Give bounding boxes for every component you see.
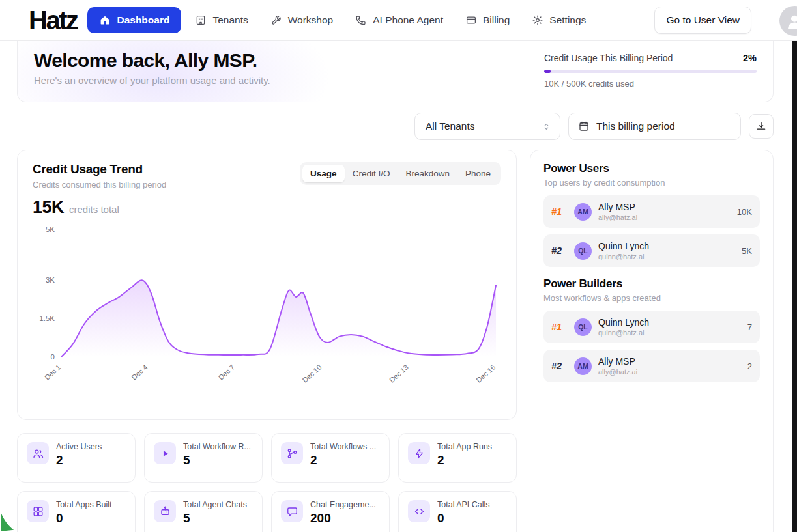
user-value: 7	[747, 322, 752, 332]
download-icon	[755, 120, 767, 132]
calendar-icon	[578, 120, 590, 132]
main-nav: Dashboard Tenants Workshop AI Phone Agen…	[87, 7, 594, 33]
scrollbar[interactable]	[792, 41, 797, 532]
list-item: #1 AM Ally MSP ally@hatz.ai 10K	[543, 195, 760, 228]
chevron-up-down-icon	[541, 121, 552, 132]
stat-label: Total App Runs	[437, 442, 492, 451]
svg-text:Dec 16: Dec 16	[474, 363, 497, 384]
stat-active-users: Active Users 2	[17, 433, 136, 483]
avatar: QL	[574, 242, 592, 260]
usage-trend-chart: 5K3K1.5K0Dec 1Dec 4Dec 7Dec 10Dec 13Dec …	[33, 220, 501, 391]
user-value: 5K	[742, 246, 752, 256]
user-name: Ally MSP	[598, 356, 637, 367]
tab-breakdown[interactable]: Breakdown	[398, 165, 457, 182]
svg-text:0: 0	[51, 353, 55, 361]
nav-billing[interactable]: Billing	[457, 8, 518, 33]
stat-total-api-calls: Total API Calls 0	[398, 491, 517, 532]
code-icon	[408, 500, 430, 522]
svg-text:3K: 3K	[46, 276, 55, 284]
credit-progress-fill	[544, 70, 551, 73]
nav-workshop[interactable]: Workshop	[262, 8, 342, 33]
stat-label: Active Users	[56, 442, 102, 451]
stat-total-agent-chats: Total Agent Chats 5	[144, 491, 263, 532]
list-item: #2 QL Quinn Lynch quinn@hatz.ai 5K	[543, 234, 760, 267]
stat-label: Chat Engageme...	[310, 500, 376, 509]
power-builders-subtitle: Most workflows & apps created	[543, 293, 760, 303]
avatar: QL	[574, 318, 592, 336]
bot-icon	[154, 500, 176, 522]
credit-usage-label: Credit Usage This Billing Period	[544, 53, 673, 63]
go-to-user-view-button[interactable]: Go to User View	[654, 7, 751, 34]
stat-label: Total API Calls	[437, 500, 490, 509]
power-users-title: Power Users	[543, 162, 760, 175]
credit-usage-progressbar	[544, 70, 757, 73]
welcome-text: Welcome back, Ally MSP. Here's an overvi…	[34, 49, 270, 102]
svg-text:1.5K: 1.5K	[39, 315, 55, 322]
nav-label: AI Phone Agent	[373, 14, 443, 26]
svg-text:5K: 5K	[46, 225, 55, 233]
user-avatar[interactable]	[779, 6, 797, 36]
user-name: Quinn Lynch	[598, 317, 649, 328]
stat-label: Total Workflow R...	[183, 442, 251, 451]
credits-total-suffix: credits total	[69, 204, 119, 215]
user-email: ally@hatz.ai	[598, 214, 637, 221]
nav-ai-phone-agent[interactable]: AI Phone Agent	[347, 8, 452, 33]
tab-credit-io[interactable]: Credit I/O	[345, 165, 398, 182]
user-email: quinn@hatz.ai	[598, 253, 649, 260]
nav-settings[interactable]: Settings	[523, 8, 594, 33]
chart-title: Credit Usage Trend	[33, 162, 166, 176]
stat-label: Total Apps Built	[56, 500, 111, 509]
phone-icon	[355, 14, 367, 26]
nav-label: Workshop	[288, 14, 334, 26]
power-users-section: Power Users Top users by credit consumpt…	[543, 162, 760, 267]
power-users-subtitle: Top users by credit consumption	[543, 178, 760, 188]
list-item: #1 QL Quinn Lynch quinn@hatz.ai 7	[543, 311, 760, 343]
stat-value: 2	[437, 453, 492, 468]
svg-text:Dec 13: Dec 13	[388, 363, 410, 384]
download-button[interactable]	[749, 114, 774, 139]
tab-usage[interactable]: Usage	[302, 165, 345, 182]
stat-label: Total Workflows ...	[310, 442, 376, 451]
chat-bubble-icon	[281, 500, 303, 522]
user-name: Quinn Lynch	[598, 241, 649, 251]
svg-text:Dec 7: Dec 7	[217, 363, 236, 382]
workflow-icon	[281, 442, 303, 464]
stat-chat-engagement: Chat Engageme... 200	[271, 491, 390, 532]
bolt-icon	[408, 442, 430, 464]
power-builders-title: Power Builders	[543, 277, 760, 290]
main-content: Credit Usage Trend Credits consumed this…	[17, 150, 774, 532]
stat-value: 0	[56, 511, 111, 525]
svg-text:Dec 4: Dec 4	[130, 363, 149, 382]
person-icon	[785, 11, 797, 31]
stat-total-workflows: Total Workflows ... 2	[271, 433, 390, 483]
nav-dashboard[interactable]: Dashboard	[87, 7, 181, 33]
grid-icon	[27, 500, 49, 522]
stat-value: 2	[310, 453, 376, 468]
rank-badge: #1	[551, 322, 568, 332]
credit-card-icon	[465, 14, 477, 26]
credit-usage-trend-card: Credit Usage Trend Credits consumed this…	[17, 150, 517, 420]
nav-tenants[interactable]: Tenants	[186, 8, 256, 33]
user-value: 10K	[737, 207, 752, 217]
tenant-select[interactable]: All Tenants	[414, 113, 560, 140]
cursor-decoration	[0, 511, 14, 532]
user-value: 2	[747, 361, 752, 371]
users-icon	[27, 442, 49, 464]
user-name: Ally MSP	[598, 202, 637, 212]
stat-value: 2	[56, 453, 102, 468]
stat-value: 200	[310, 511, 376, 525]
rank-badge: #1	[551, 206, 568, 217]
svg-text:Dec 1: Dec 1	[43, 363, 62, 382]
wrench-icon	[270, 14, 282, 26]
tab-phone[interactable]: Phone	[457, 165, 499, 182]
billing-period-select[interactable]: This billing period	[568, 113, 741, 140]
power-builders-section: Power Builders Most workflows & apps cre…	[543, 277, 760, 382]
welcome-section: Welcome back, Ally MSP. Here's an overvi…	[17, 41, 774, 102]
page-subtitle: Here's an overview of your platform usag…	[34, 75, 270, 86]
credit-usage-summary: Credit Usage This Billing Period 2% 10K …	[544, 49, 757, 102]
user-email: quinn@hatz.ai	[598, 329, 649, 337]
page-title: Welcome back, Ally MSP.	[34, 49, 270, 72]
chart-tabs: Usage Credit I/O Breakdown Phone	[300, 162, 501, 185]
chart-card-header: Credit Usage Trend Credits consumed this…	[33, 162, 166, 189]
nav-label: Tenants	[212, 14, 248, 26]
